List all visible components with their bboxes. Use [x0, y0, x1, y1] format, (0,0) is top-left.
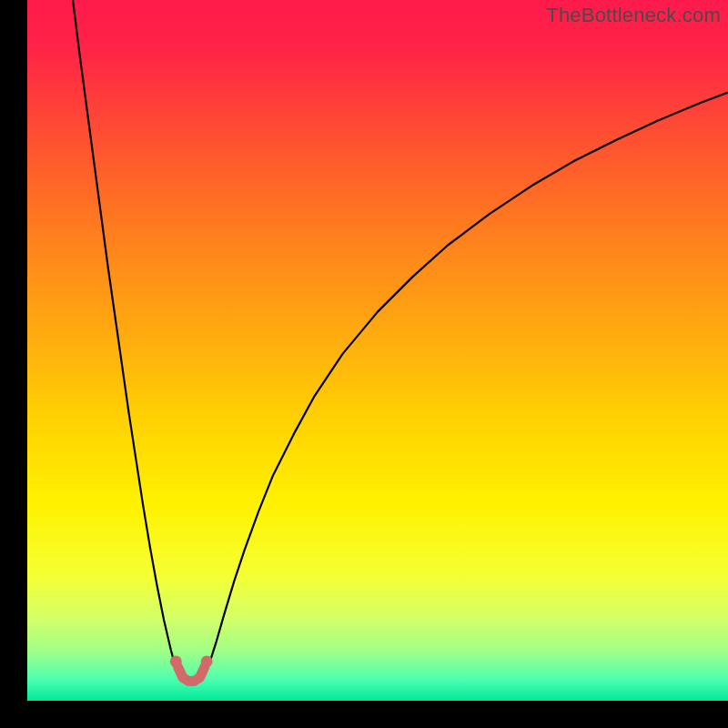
chart-svg [27, 0, 728, 701]
marker-right-endpoint [201, 655, 213, 667]
marker-left-endpoint [170, 655, 182, 667]
chart-frame: TheBottleneck.com [0, 0, 728, 728]
gradient-background [27, 0, 728, 701]
plot-area: TheBottleneck.com [27, 0, 728, 701]
watermark-text: TheBottleneck.com [546, 4, 721, 27]
